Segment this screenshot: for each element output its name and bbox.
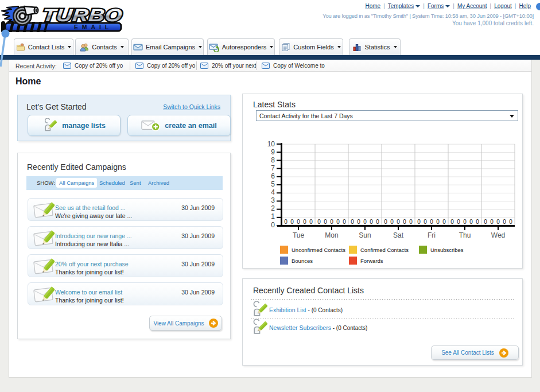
svg-text:0: 0 bbox=[430, 219, 433, 225]
svg-text:0: 0 bbox=[509, 219, 512, 225]
svg-text:0: 0 bbox=[303, 219, 306, 225]
svg-text:0: 0 bbox=[390, 219, 394, 225]
svg-text:9: 9 bbox=[271, 148, 275, 156]
svg-text:0: 0 bbox=[376, 219, 379, 225]
svg-text:2: 2 bbox=[271, 204, 275, 212]
svg-text:7: 7 bbox=[271, 164, 275, 172]
svg-text:0: 0 bbox=[309, 219, 313, 225]
svg-text:6: 6 bbox=[271, 172, 275, 180]
svg-text:0: 0 bbox=[463, 219, 467, 225]
svg-text:Fri: Fri bbox=[428, 231, 436, 239]
svg-text:Thu: Thu bbox=[459, 231, 471, 239]
svg-text:Sun: Sun bbox=[359, 231, 371, 239]
svg-text:0: 0 bbox=[297, 219, 300, 225]
svg-text:Sat: Sat bbox=[393, 231, 404, 239]
svg-text:Mon: Mon bbox=[325, 231, 338, 239]
svg-text:0: 0 bbox=[417, 219, 421, 225]
svg-text:0: 0 bbox=[384, 219, 387, 225]
svg-text:Wed: Wed bbox=[491, 231, 505, 239]
svg-text:0: 0 bbox=[476, 219, 479, 225]
svg-text:0: 0 bbox=[424, 219, 427, 225]
svg-text:0: 0 bbox=[436, 219, 440, 225]
svg-text:0: 0 bbox=[442, 219, 446, 225]
svg-text:0: 0 bbox=[469, 219, 473, 225]
svg-text:0: 0 bbox=[503, 219, 506, 225]
svg-text:0: 0 bbox=[351, 219, 354, 225]
svg-text:0: 0 bbox=[357, 219, 360, 225]
svg-text:3: 3 bbox=[271, 196, 275, 204]
svg-text:0: 0 bbox=[284, 219, 288, 225]
svg-text:0: 0 bbox=[403, 219, 406, 225]
svg-text:0: 0 bbox=[450, 219, 454, 225]
svg-text:0: 0 bbox=[271, 221, 275, 229]
svg-text:10: 10 bbox=[267, 140, 275, 148]
svg-text:0: 0 bbox=[343, 219, 346, 225]
svg-text:0: 0 bbox=[397, 219, 400, 225]
svg-text:0: 0 bbox=[457, 219, 460, 225]
svg-text:0: 0 bbox=[409, 219, 413, 225]
svg-text:0: 0 bbox=[490, 219, 494, 225]
svg-text:5: 5 bbox=[271, 180, 275, 188]
svg-text:0: 0 bbox=[484, 219, 487, 225]
svg-text:0: 0 bbox=[336, 219, 340, 225]
svg-text:0: 0 bbox=[363, 219, 367, 225]
svg-text:4: 4 bbox=[271, 188, 275, 196]
svg-text:Tue: Tue bbox=[293, 231, 305, 239]
svg-text:0: 0 bbox=[330, 219, 333, 225]
svg-text:0: 0 bbox=[370, 219, 373, 225]
svg-text:8: 8 bbox=[271, 156, 275, 164]
svg-text:0: 0 bbox=[290, 219, 294, 225]
svg-text:TURBO: TURBO bbox=[41, 5, 123, 25]
svg-text:1: 1 bbox=[271, 212, 275, 220]
svg-text:0: 0 bbox=[324, 219, 327, 225]
svg-text:0: 0 bbox=[496, 219, 500, 225]
svg-text:0: 0 bbox=[317, 219, 321, 225]
